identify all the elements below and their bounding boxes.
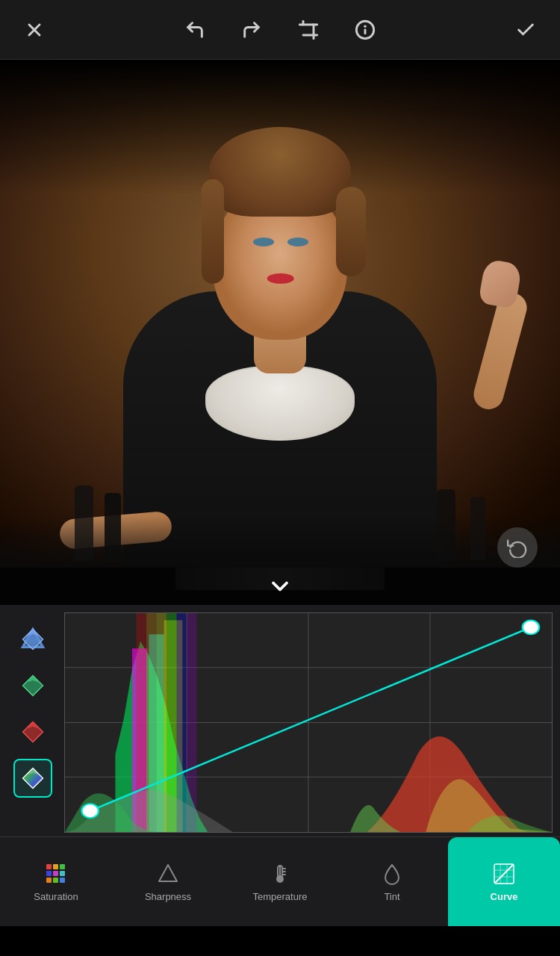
- svg-rect-46: [46, 878, 52, 883]
- curve-panel: [0, 605, 560, 836]
- curve-label: Curve: [491, 891, 518, 902]
- histogram-svg: [65, 613, 552, 832]
- reset-overlay-button[interactable]: [497, 527, 538, 568]
- toolbar-right: [509, 13, 542, 46]
- svg-rect-36: [187, 613, 196, 832]
- svg-rect-48: [60, 878, 65, 883]
- svg-rect-41: [53, 864, 58, 869]
- saturation-icon: [43, 861, 69, 887]
- tint-label: Tint: [384, 891, 399, 902]
- temperature-label: Temperature: [253, 891, 308, 902]
- curve-icon: [491, 861, 517, 887]
- edit-panel: Saturation Sharpness: [0, 605, 560, 926]
- channel-red-button[interactable]: [13, 713, 52, 751]
- undo-button[interactable]: [178, 13, 211, 46]
- tab-sharpness[interactable]: Sharpness: [112, 837, 224, 926]
- crop-button[interactable]: [292, 13, 325, 46]
- photo-canvas: [0, 60, 560, 605]
- close-button[interactable]: [18, 13, 51, 46]
- saturation-label: Saturation: [34, 891, 78, 902]
- channel-rgb-button[interactable]: [13, 759, 52, 798]
- redo-button[interactable]: [235, 13, 268, 46]
- svg-line-61: [496, 866, 512, 882]
- svg-rect-44: [53, 871, 58, 876]
- svg-rect-43: [46, 871, 52, 876]
- histogram-curve-display[interactable]: [64, 612, 553, 833]
- svg-point-39: [523, 620, 539, 634]
- channel-selector: [7, 612, 58, 833]
- svg-rect-40: [46, 864, 52, 869]
- temperature-icon: [267, 861, 293, 887]
- svg-marker-49: [159, 865, 177, 881]
- toolbar-left: [18, 13, 51, 46]
- svg-point-38: [81, 804, 98, 818]
- tab-tint[interactable]: Tint: [336, 837, 448, 926]
- svg-rect-42: [60, 864, 65, 869]
- channel-all-button[interactable]: [13, 620, 52, 659]
- collapse-panel-button[interactable]: [0, 568, 560, 605]
- info-button[interactable]: [349, 13, 382, 46]
- tab-curve[interactable]: Curve: [448, 837, 560, 926]
- photo-content: [0, 60, 560, 605]
- confirm-button[interactable]: [509, 13, 542, 46]
- svg-rect-47: [53, 878, 58, 883]
- tint-icon: [379, 861, 405, 887]
- top-toolbar: [0, 0, 560, 60]
- toolbar-center: [178, 13, 382, 46]
- sharpness-label: Sharpness: [145, 891, 191, 902]
- tab-temperature[interactable]: Temperature: [224, 837, 336, 926]
- bottom-tab-bar: Saturation Sharpness: [0, 836, 560, 926]
- tab-saturation[interactable]: Saturation: [0, 837, 112, 926]
- channel-green-button[interactable]: [13, 666, 52, 705]
- sharpness-icon: [155, 861, 181, 887]
- svg-rect-45: [60, 871, 65, 876]
